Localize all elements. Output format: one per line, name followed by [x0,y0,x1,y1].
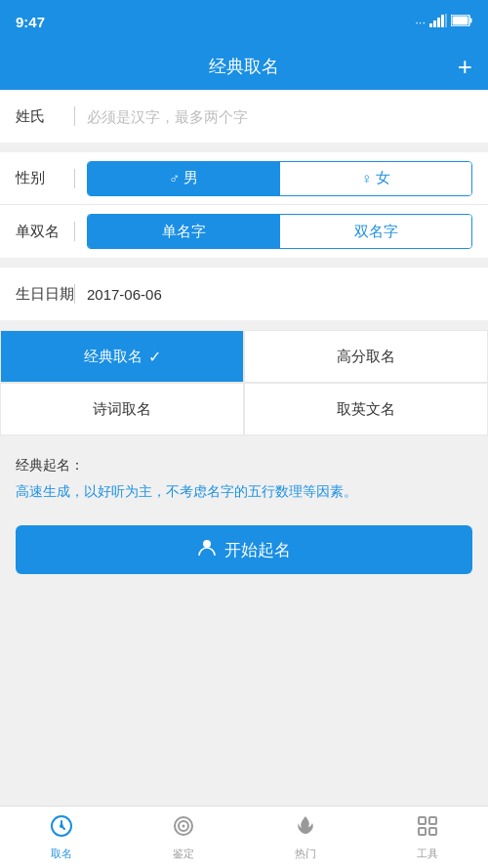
category-classic[interactable]: 经典取名 ✓ [0,330,244,383]
category-poetry[interactable]: 诗词取名 [0,383,244,435]
category-highscore-label: 高分取名 [337,348,395,366]
header-title: 经典取名 [209,55,279,78]
divider2 [74,169,75,188]
lastname-row: 姓氏 [0,90,488,143]
svg-rect-0 [429,23,432,27]
nav-tools-label: 工具 [417,847,438,861]
nav-hot-label: 热门 [295,847,316,861]
check-icon: ✓ [148,348,161,366]
female-icon: ♀ [361,170,372,186]
add-button[interactable]: + [458,52,472,82]
nametype-label: 单双名 [16,223,74,241]
svg-rect-2 [437,18,440,27]
battery-icon [451,15,472,29]
svg-rect-14 [419,817,426,824]
svg-rect-3 [441,15,444,27]
nametype-row: 单双名 单名字 双名字 [0,205,488,258]
status-bar: 9:47 ··· [0,0,488,43]
app-header: 经典取名 + [0,43,488,90]
description-body: 高速生成，以好听为主，不考虑名字的五行数理等因素。 [16,480,472,502]
status-icons: ··· [415,14,472,30]
signal-bars [429,14,447,30]
divider [74,106,75,126]
tools-icon [416,814,439,844]
birthday-label: 生日日期 [16,285,74,304]
nametype-toggle: 单名字 双名字 [87,214,472,249]
svg-rect-16 [419,828,426,835]
svg-rect-4 [445,14,447,27]
nav-identify-label: 鉴定 [173,847,194,861]
category-classic-label: 经典取名 [84,348,142,366]
svg-point-10 [60,824,63,828]
birthday-value: 2017-06-06 [87,286,162,303]
identify-icon [172,814,195,844]
lastname-input[interactable] [87,108,472,125]
svg-rect-7 [453,16,468,24]
svg-rect-6 [470,18,472,22]
gender-nametype-section: 性别 ♂ 男 ♀ 女 单双名 单名字 双名字 [0,152,488,258]
bottom-nav: 取名 鉴定 热门 工具 [0,806,488,868]
svg-point-8 [203,540,211,548]
gender-row: 性别 ♂ 男 ♀ 女 [0,152,488,205]
category-grid: 经典取名 ✓ 高分取名 诗词取名 取英文名 [0,330,488,435]
birthday-section: 生日日期 2017-06-06 [0,268,488,320]
description-title: 经典起名： [16,457,472,475]
person-icon [197,538,217,562]
description-section: 经典起名： 高速生成，以好听为主，不考虑名字的五行数理等因素。 [0,445,488,517]
lastname-section: 姓氏 [0,90,488,143]
birthday-row[interactable]: 生日日期 2017-06-06 [0,268,488,320]
nav-item-naming[interactable]: 取名 [0,806,122,868]
naming-icon [50,814,73,844]
double-name-btn[interactable]: 双名字 [280,215,471,248]
female-label: 女 [376,169,390,187]
svg-point-13 [182,824,184,827]
start-btn-container: 开始起名 [0,517,488,594]
svg-rect-15 [429,817,436,824]
main-content: 姓氏 性别 ♂ 男 ♀ 女 单双名 [0,90,488,666]
gender-male-btn[interactable]: ♂ 男 [88,162,280,195]
divider4 [74,284,75,304]
nav-naming-label: 取名 [51,847,72,861]
nav-item-tools[interactable]: 工具 [366,806,488,868]
gender-label: 性别 [16,169,74,187]
status-time: 9:47 [16,14,45,30]
category-english-label: 取英文名 [337,400,395,419]
category-highscore[interactable]: 高分取名 [244,330,488,383]
start-naming-button[interactable]: 开始起名 [16,525,472,574]
gender-female-btn[interactable]: ♀ 女 [280,162,471,195]
svg-rect-1 [433,21,436,27]
signal-dots: ··· [415,15,426,29]
category-poetry-label: 诗词取名 [93,400,151,419]
divider3 [74,222,75,241]
male-label: 男 [183,169,198,187]
nav-item-identify[interactable]: 鉴定 [122,806,244,868]
lastname-label: 姓氏 [16,107,74,126]
single-name-btn[interactable]: 单名字 [88,215,280,248]
svg-rect-17 [429,828,436,835]
start-naming-label: 开始起名 [224,539,291,561]
hot-icon [294,814,317,844]
category-english[interactable]: 取英文名 [244,383,488,435]
male-icon: ♂ [169,170,180,186]
nav-item-hot[interactable]: 热门 [244,806,366,868]
gender-toggle: ♂ 男 ♀ 女 [87,161,472,196]
